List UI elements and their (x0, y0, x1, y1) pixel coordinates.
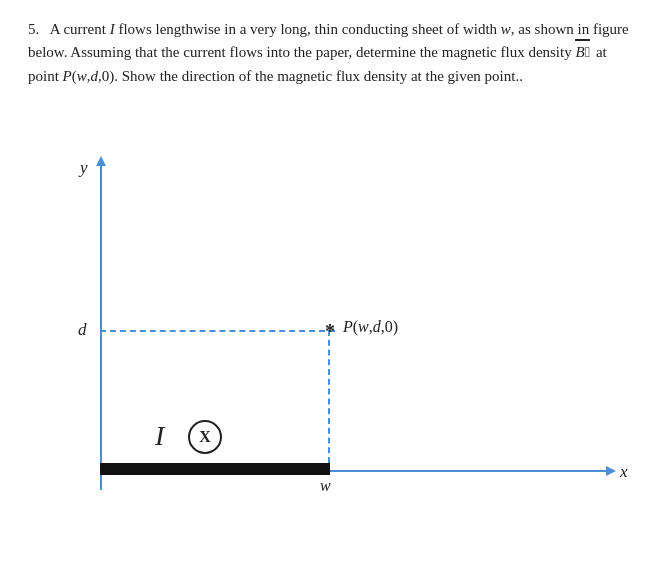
d-label: d (78, 320, 87, 340)
current-i-label: I (155, 420, 164, 452)
point-p-label: P(w,d,0) (343, 318, 398, 336)
x-symbol: X (199, 428, 211, 446)
diagram: y x w d * P(w,d,0) I X (20, 150, 620, 550)
x-axis-label: x (620, 462, 628, 482)
problem-text: 5. A current I flows lengthwise in a ver… (28, 18, 637, 88)
w-label: w (320, 477, 331, 495)
d-dashed-line (100, 330, 335, 332)
y-axis-label: y (80, 158, 88, 178)
current-variable: I (110, 21, 115, 37)
sheet-right-dashed-border (328, 330, 330, 463)
width-variable: w (501, 21, 511, 37)
conducting-sheet (100, 463, 330, 475)
into-page-symbol: X (188, 420, 222, 454)
problem-number: 5. (28, 21, 39, 37)
point-coords: P(w,d,0) (63, 68, 115, 84)
x-axis-arrow (606, 466, 616, 476)
point-p-marker: * (325, 320, 335, 343)
sheet-left-border (100, 330, 102, 463)
